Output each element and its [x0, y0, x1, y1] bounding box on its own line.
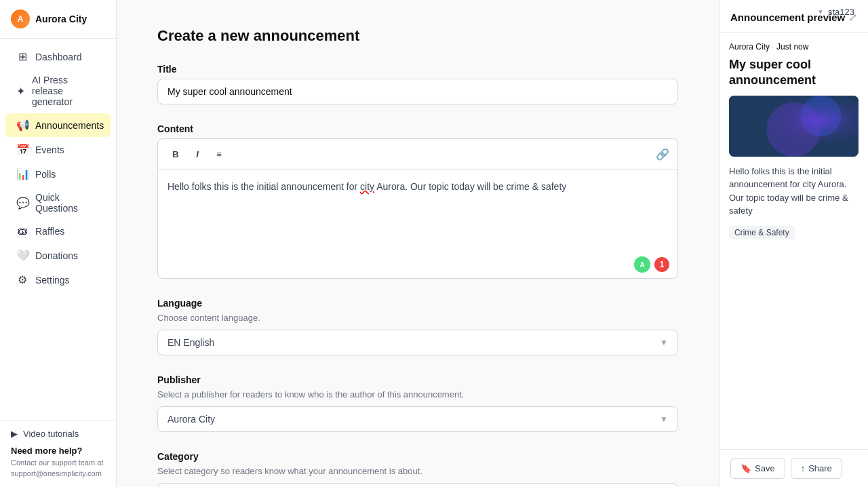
- category-dropdown[interactable]: Crime & Safety ✕ ▼: [157, 483, 678, 487]
- username: sta123: [828, 7, 854, 17]
- sidebar-item-dashboard[interactable]: ⊞ Dashboard: [5, 45, 111, 69]
- language-section: Language Choose content language. EN Eng…: [157, 298, 678, 355]
- save-button[interactable]: 🔖 Save: [730, 458, 785, 479]
- italic-button[interactable]: I: [188, 144, 207, 163]
- sidebar-item-raffles[interactable]: 🎟 Raffles: [5, 220, 111, 243]
- grid-icon: ⊞: [16, 50, 28, 63]
- content-label: Content: [157, 123, 678, 134]
- dropdown-arrow-icon: ▼: [817, 8, 824, 16]
- video-tutorials-link[interactable]: ▶ Video tutorials: [11, 429, 105, 439]
- preview-image: [729, 96, 859, 157]
- sidebar-nav: ⊞ Dashboard ✦ AI Press release generator…: [0, 39, 116, 420]
- sidebar-item-events[interactable]: 📅 Events: [5, 138, 111, 161]
- need-help-title: Need more help?: [11, 446, 105, 456]
- publisher-value: Aurora City: [167, 414, 215, 425]
- language-label: Language: [157, 298, 678, 309]
- sidebar-item-label: AI Press release generator: [32, 75, 100, 107]
- sidebar-item-label: Dashboard: [35, 52, 82, 62]
- title-input[interactable]: [157, 79, 678, 104]
- need-help-text: Contact our support team at support@ones…: [11, 458, 105, 479]
- language-dropdown[interactable]: EN English ▼: [157, 330, 678, 355]
- publisher-section: Publisher Select a publisher for readers…: [157, 374, 678, 432]
- megaphone-icon: 📢: [16, 119, 28, 132]
- avatar: A: [634, 256, 650, 273]
- sidebar-item-ai-press[interactable]: ✦ AI Press release generator: [5, 69, 111, 113]
- main-content: Create a new announcement Title Content …: [117, 0, 719, 487]
- chart-icon: 📊: [16, 168, 28, 180]
- share-button[interactable]: ↑ Share: [791, 458, 842, 479]
- sidebar-item-label: Donations: [35, 250, 78, 261]
- sidebar: A Aurora City ⊞ Dashboard ✦ AI Press rel…: [0, 0, 117, 487]
- sidebar-item-label: Events: [35, 144, 64, 155]
- video-icon: ▶: [11, 429, 18, 439]
- chevron-down-icon: ▼: [660, 338, 668, 347]
- publisher-sublabel: Select a publisher for readers to know w…: [157, 389, 678, 400]
- gear-icon: ⚙: [16, 273, 28, 286]
- ticket-icon: 🎟: [16, 225, 28, 237]
- sidebar-item-label: Announcements: [35, 120, 104, 131]
- category-sublabel: Select category so readers know what you…: [157, 466, 678, 476]
- need-help-section: Need more help? Contact our support team…: [11, 446, 105, 479]
- preview-panel: Announcement preview ⤢ Aurora City · Jus…: [719, 0, 868, 487]
- sidebar-item-label: Quick Questions: [35, 192, 100, 214]
- bold-button[interactable]: B: [166, 144, 185, 163]
- sidebar-item-announcements[interactable]: 📢 Announcements: [5, 113, 111, 137]
- chevron-down-icon: ▼: [660, 414, 668, 424]
- title-label: Title: [157, 64, 678, 75]
- heart-icon: 🤍: [16, 249, 28, 262]
- app-name: Aurora City: [35, 14, 87, 24]
- sidebar-item-label: Settings: [35, 275, 70, 286]
- page-title: Create a new announcement: [157, 27, 678, 45]
- content-editor: B I ≡ 🔗 Hello folks this is the initial …: [157, 138, 678, 279]
- language-value: EN English: [167, 337, 214, 348]
- preview-city: Aurora City: [729, 42, 770, 52]
- category-section: Category Select category so readers know…: [157, 451, 678, 487]
- editor-footer: A 1: [158, 251, 677, 278]
- preview-body-text: Hello folks this is the initial announce…: [729, 165, 859, 218]
- topbar: ▼ sta123: [804, 0, 868, 24]
- error-badge: 1: [654, 257, 669, 272]
- share-icon: ↑: [801, 463, 806, 473]
- preview-meta: Aurora City · Just now: [729, 42, 859, 52]
- preview-announcement-title: My super cool announcement: [729, 57, 859, 89]
- sidebar-item-label: Polls: [35, 169, 56, 180]
- language-sublabel: Choose content language.: [157, 313, 678, 323]
- preview-category-tag: Crime & Safety: [729, 226, 795, 239]
- sidebar-item-polls[interactable]: 📊 Polls: [5, 162, 111, 186]
- publisher-label: Publisher: [157, 374, 678, 385]
- category-label: Category: [157, 451, 678, 462]
- sparkle-icon: ✦: [16, 85, 25, 98]
- calendar-icon: 📅: [16, 143, 28, 156]
- city-word: city: [360, 181, 374, 192]
- editor-body[interactable]: Hello folks this is the initial announce…: [158, 170, 677, 251]
- message-icon: 💬: [16, 197, 28, 210]
- sidebar-logo[interactable]: A Aurora City: [0, 0, 116, 39]
- publisher-dropdown[interactable]: Aurora City ▼: [157, 406, 678, 432]
- link-icon[interactable]: 🔗: [656, 148, 669, 161]
- sidebar-bottom: ▶ Video tutorials Need more help? Contac…: [0, 420, 116, 487]
- align-button[interactable]: ≡: [210, 144, 229, 163]
- save-icon: 🔖: [741, 463, 751, 473]
- sidebar-item-donations[interactable]: 🤍 Donations: [5, 244, 111, 267]
- content-section: Content B I ≡ 🔗 Hello folks this is the …: [157, 123, 678, 279]
- preview-time: Just now: [776, 42, 808, 52]
- sidebar-item-settings[interactable]: ⚙ Settings: [5, 268, 111, 292]
- logo-icon: A: [11, 9, 30, 28]
- title-section: Title: [157, 64, 678, 104]
- sidebar-item-quick-questions[interactable]: 💬 Quick Questions: [5, 187, 111, 219]
- sidebar-item-label: Raffles: [35, 226, 64, 237]
- preview-footer: 🔖 Save ↑ Share: [719, 449, 868, 487]
- preview-content: Aurora City · Just now My super cool ann…: [719, 33, 868, 449]
- svg-rect-3: [729, 96, 859, 157]
- editor-toolbar: B I ≡ 🔗: [158, 139, 677, 170]
